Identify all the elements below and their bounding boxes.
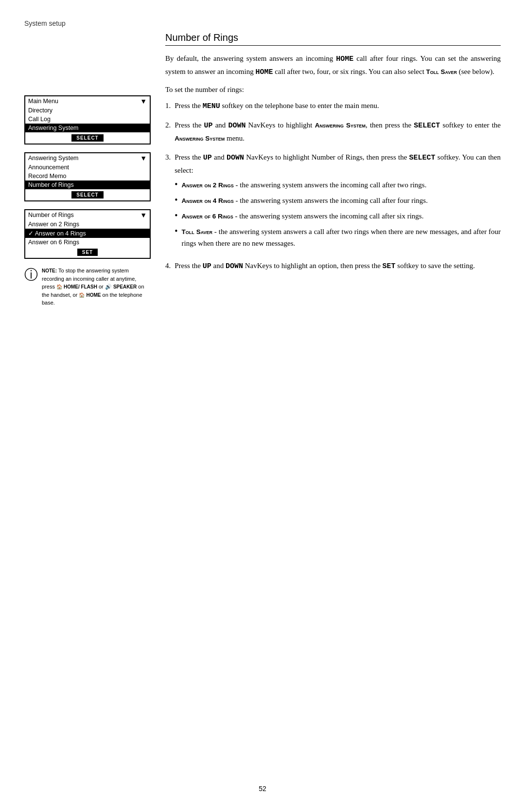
lcd-row-highlighted: Number of Rings	[25, 180, 150, 189]
select-button-2: SELECT	[71, 191, 103, 198]
to-set-text: To set the number of rings:	[165, 86, 501, 94]
system-setup-label: System setup	[24, 19, 501, 27]
page-number: 52	[259, 785, 266, 793]
lcd-row: Announcement	[25, 163, 150, 172]
note-label: NOTE:	[42, 268, 57, 273]
left-column: Main Menu ▼ Directory Call Log Answering…	[24, 95, 151, 307]
lcd-row-highlighted: ✓ Answer on 4 Rings	[25, 229, 150, 238]
bullet-dot: •	[175, 195, 177, 206]
lcd-cell: Answering System	[28, 155, 79, 162]
lcd-screen-1: Main Menu ▼ Directory Call Log Answering…	[24, 95, 151, 144]
content-layout: Main Menu ▼ Directory Call Log Answering…	[24, 32, 501, 307]
lcd-screen-3: Number of Rings ▼ Answer on 2 Rings ✓ An…	[24, 209, 151, 259]
bullet-text-1: Answer on 2 Rings - the answering system…	[182, 179, 427, 191]
steps-list: 1. Press the MENU softkey on the telepho…	[165, 100, 501, 273]
step-num-1: 1.	[165, 100, 171, 113]
intro-text: By default, the answering system answers…	[165, 53, 501, 79]
lcd-row: Directory	[25, 106, 150, 115]
bullet-dot: •	[175, 210, 177, 222]
bullet-text-3: Answer of 6 Rings - the answering system…	[182, 210, 424, 222]
lcd-row: Answer on 6 Rings	[25, 238, 150, 247]
bullet-text-4: Toll Saver - the answering system answer…	[182, 226, 501, 249]
lcd-arrow: ▼	[140, 97, 147, 105]
lcd-button-row: SELECT	[25, 189, 150, 200]
step-3: 3. Press the UP and DOWN NavKeys to high…	[165, 151, 501, 253]
step-4: 4. Press the UP and DOWN NavKeys to high…	[165, 260, 501, 273]
lcd-row: Answer on 2 Rings	[25, 220, 150, 229]
lcd-cell: Announcement	[28, 164, 69, 171]
lcd-cell: Answer on 2 Rings	[28, 221, 79, 228]
lcd-cell: Directory	[28, 107, 52, 114]
step-text-4: Press the UP and DOWN NavKeys to highlig…	[175, 260, 475, 273]
lcd-row: Record Memo	[25, 172, 150, 180]
lcd-cell: Answering System	[28, 125, 79, 131]
sub-bullets: • Answer on 2 Rings - the answering syst…	[175, 179, 501, 249]
lcd-cell: Record Memo	[28, 173, 67, 180]
info-icon: ⓘ	[24, 266, 38, 284]
step-num-4: 4.	[165, 260, 171, 273]
lcd-row: Number of Rings ▼	[25, 210, 150, 220]
lcd-cell: Number of Rings	[28, 212, 74, 218]
lcd-cell: ✓ Answer on 4 Rings	[28, 230, 86, 237]
step-1: 1. Press the MENU softkey on the telepho…	[165, 100, 501, 113]
lcd-screen-2: Answering System ▼ Announcement Record M…	[24, 152, 151, 201]
bullet-1: • Answer on 2 Rings - the answering syst…	[175, 179, 501, 191]
lcd-arrow: ▼	[140, 154, 147, 162]
note-text: NOTE: To stop the answering system recor…	[42, 267, 151, 307]
lcd-row: Main Menu ▼	[25, 96, 150, 106]
step-text-2: Press the UP and DOWN NavKeys to highlig…	[175, 119, 501, 144]
page-container: System setup Main Menu ▼ Directory Call …	[0, 0, 525, 812]
section-title: Number of Rings	[165, 32, 501, 46]
lcd-button-row: SET	[25, 247, 150, 258]
bullet-dot: •	[175, 179, 177, 191]
lcd-row: Call Log	[25, 115, 150, 124]
step-num-3: 3.	[165, 151, 171, 253]
lcd-cell: Call Log	[28, 116, 51, 123]
bullet-dot: •	[175, 226, 177, 249]
select-button: SELECT	[71, 134, 103, 142]
lcd-cell: Main Menu	[28, 98, 58, 105]
bullet-3: • Answer of 6 Rings - the answering syst…	[175, 210, 501, 222]
lcd-button-row: SELECT	[25, 132, 150, 144]
step-num-2: 2.	[165, 119, 171, 144]
step-2: 2. Press the UP and DOWN NavKeys to high…	[165, 119, 501, 144]
lcd-cell: Number of Rings	[28, 181, 74, 188]
note-section: ⓘ NOTE: To stop the answering system rec…	[24, 267, 151, 307]
lcd-arrow: ▼	[140, 211, 147, 219]
step-text-1: Press the MENU softkey on the telephone …	[175, 100, 379, 113]
lcd-row: Answering System ▼	[25, 153, 150, 163]
bullet-text-2: Answer on 4 Rings - the answering system…	[182, 195, 428, 206]
set-button: SET	[77, 249, 98, 256]
lcd-cell: Answer on 6 Rings	[28, 239, 79, 246]
right-column: Number of Rings By default, the answerin…	[165, 32, 501, 307]
bullet-2: • Answer on 4 Rings - the answering syst…	[175, 195, 501, 206]
lcd-row-highlighted: Answering System	[25, 124, 150, 132]
bullet-4: • Toll Saver - the answering system answ…	[175, 226, 501, 249]
step-text-3: Press the UP and DOWN NavKeys to highlig…	[175, 151, 501, 253]
